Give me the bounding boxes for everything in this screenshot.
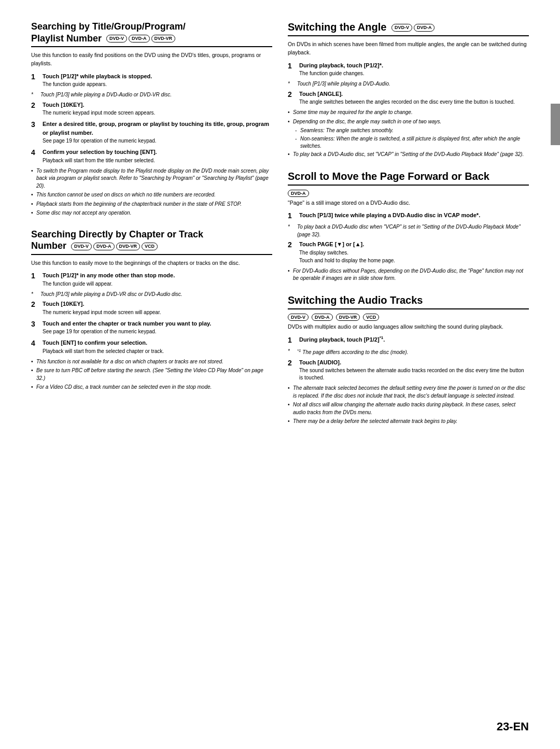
badge-dvd-v-1: DVD-V [106, 35, 127, 43]
step-num-scroll-2: 2 [288, 240, 296, 249]
note-2-3: For a Video CD disc, a track number can … [31, 384, 272, 391]
badge-dvd-a-angle: DVD-A [414, 24, 435, 32]
notes-block-1: To switch the Program mode display to th… [31, 167, 272, 217]
step-asterisk-scroll-1: To play back a DVD-Audio disc when "VCAP… [288, 223, 529, 238]
note-scroll-1: For DVD-Audio discs without Pages, depen… [288, 267, 529, 282]
step-num-audio-1: 1 [288, 335, 296, 345]
step-text-1-1: Touch [P1/2]* while playback is stopped. [43, 73, 152, 79]
badge-vcd-audio: VCD [363, 314, 379, 321]
step-sub-scroll-2b: Touch and hold to display the home page. [299, 257, 529, 264]
section-scroll-page: Scroll to Move the Page Forward or Back … [288, 170, 529, 282]
note-audio-2: Not all discs will allow changing the al… [288, 401, 529, 416]
sub-note-angle-seamless: Seamless: The angle switches smoothly. [293, 127, 529, 134]
section-title-audio: Switching the Audio Tracks [288, 294, 529, 309]
step-text-1-3: Enter a desired title, group, program or… [43, 121, 269, 136]
note-2-2: Be sure to turn PBC off before starting … [31, 367, 272, 382]
step-scroll-2: 2 Touch PAGE [▼] or [▲]. The display swi… [288, 240, 529, 264]
step-content-2-1: Touch [P1/2]* in any mode other than sto… [43, 271, 272, 288]
step-sub-2-2: The numeric keypad input mode screen wil… [43, 309, 272, 316]
badge-dvd-v-audio: DVD-V [288, 314, 309, 321]
section-searching-title-group: Searching by Title/Group/Program/Playlis… [31, 21, 272, 217]
badge-row-angle: DVD-V DVD-A [391, 24, 435, 32]
badge-dvd-vr-2: DVD-VR [116, 243, 141, 250]
page-layout: Searching by Title/Group/Program/Playlis… [31, 21, 529, 437]
step-num-scroll-1: 1 [288, 211, 296, 220]
note-audio-1: The alternate track selected becomes the… [288, 385, 529, 400]
section-title-2: Searching Directly by Chapter or Track N… [31, 229, 272, 255]
step-1-4: 4 Confirm your selection by touching [EN… [31, 148, 272, 164]
section-intro-angle: On DVDs in which scenes have been filmed… [288, 40, 529, 57]
step-num-1-1: 1 [31, 72, 39, 81]
page-number: 23-EN [497, 720, 529, 733]
superscript-audio-1: *1 [380, 336, 384, 341]
notes-block-angle: Some time may be required for the angle … [288, 109, 529, 159]
note-1-1: To switch the Program mode display to th… [31, 167, 272, 190]
step-num-2-3: 3 [31, 319, 39, 329]
step-sub-angle-2: The angle switches between the angles re… [299, 98, 529, 106]
notes-block-audio: The alternate track selected becomes the… [288, 385, 529, 426]
badge-row-1: DVD-V DVD-A DVD-VR [106, 35, 175, 43]
step-2-2: 2 Touch [10KEY]. The numeric keypad inpu… [31, 300, 272, 316]
notes-block-scroll: For DVD-Audio discs without Pages, depen… [288, 267, 529, 282]
step-content-1-1: Touch [P1/2]* while playback is stopped.… [43, 72, 272, 89]
page-tab-indicator [551, 104, 560, 145]
step-sub-angle-1: The function guide changes. [299, 70, 529, 77]
badge-dvd-vr-1: DVD-VR [151, 35, 176, 43]
step-sub-scroll-2a: The display switches. [299, 249, 529, 257]
step-content-angle-1: During playback, touch [P1/2]*. The func… [299, 61, 529, 78]
step-text-2-2: Touch [10KEY]. [43, 301, 84, 307]
badge-dvd-a-scroll: DVD-A [288, 190, 309, 197]
step-num-2-2: 2 [31, 300, 39, 309]
step-asterisk-angle-1: Touch [P1/3] while playing a DVD-Audio. [288, 80, 529, 88]
step-text-2-3: Touch and enter the chapter or track num… [43, 320, 211, 327]
step-text-angle-2: Touch [ANGLE]. [299, 91, 343, 97]
step-content-1-2: Touch [10KEY]. The numeric keypad input … [43, 101, 272, 117]
section-switching-angle: Switching the Angle DVD-V DVD-A On DVDs … [288, 21, 529, 159]
step-num-2-4: 4 [31, 338, 39, 348]
step-text-2-1: Touch [P1/2]* in any mode other than sto… [43, 272, 175, 278]
note-angle-3: To play back a DVD-Audio disc, set "VCAP… [288, 151, 529, 159]
step-sub-audio-2: The sound switches between the alternate… [299, 367, 529, 381]
step-content-audio-1: During playback, touch [P1/2]*1. [299, 335, 529, 344]
badge-dvd-v-2: DVD-V [71, 243, 92, 250]
section-title-1: Searching by Title/Group/Program/Playlis… [31, 21, 272, 47]
step-text-1-4: Confirm your selection by touching [ENT]… [43, 149, 157, 155]
step-audio-2: 2 Touch [AUDIO]. The sound switches betw… [288, 358, 529, 382]
step-text-angle-1: During playback, touch [P1/2]*. [299, 62, 383, 68]
badge-dvd-a-1: DVD-A [129, 35, 150, 43]
badge-dvd-vr-audio: DVD-VR [336, 314, 360, 321]
step-asterisk-2-1: Touch [P1/3] while playing a DVD-VR disc… [31, 291, 272, 299]
step-1-3: 3 Enter a desired title, group, program … [31, 120, 272, 145]
step-content-1-3: Enter a desired title, group, program or… [43, 120, 272, 145]
step-angle-2: 2 Touch [ANGLE]. The angle switches betw… [288, 90, 529, 106]
step-content-2-3: Touch and enter the chapter or track num… [43, 319, 272, 336]
step-num-audio-2: 2 [288, 358, 296, 368]
step-num-angle-1: 1 [288, 61, 296, 70]
step-sub-1-4: Playback will start from the title numbe… [43, 157, 272, 164]
note-angle-1: Some time may be required for the angle … [288, 109, 529, 117]
badge-dvd-a-audio: DVD-A [312, 314, 333, 321]
step-sub-2-1: The function guide will appear. [43, 280, 272, 288]
note-1-4: Some disc may not accept any operation. [31, 209, 272, 217]
step-sub-1-2: The numeric keypad input mode screen app… [43, 109, 272, 117]
step-angle-1: 1 During playback, touch [P1/2]*. The fu… [288, 61, 529, 78]
badge-vcd-2: VCD [142, 243, 158, 250]
step-text-audio-1: During playback, touch [P1/2]*1. [299, 336, 385, 343]
step-audio-1: 1 During playback, touch [P1/2]*1. [288, 335, 529, 345]
sub-note-angle-nonseamless: Non-seamless: When the angle is switched… [293, 135, 529, 150]
step-content-1-4: Confirm your selection by touching [ENT]… [43, 148, 272, 164]
badge-row-audio: DVD-V DVD-A DVD-VR VCD [288, 314, 529, 320]
step-num-1-3: 3 [31, 120, 39, 129]
section-intro-2: Use this function to easily move to the … [31, 259, 272, 267]
section-intro-1: Use this function to easily find positio… [31, 51, 272, 68]
step-sub-2-4: Playback will start from the selected ch… [43, 348, 272, 355]
step-asterisk-1-1: Touch [P1/3] while playing a DVD-Audio o… [31, 91, 272, 99]
step-text-audio-2: Touch [AUDIO]. [299, 359, 341, 365]
section-intro-scroll: "Page" is a still image stored on a DVD-… [288, 199, 529, 207]
step-content-scroll-1: Touch [P1/3] twice while playing a DVD-A… [299, 211, 529, 220]
step-num-2-1: 1 [31, 271, 39, 280]
note-angle-2: Depending on the disc, the angle may swi… [288, 118, 529, 126]
note-1-2: This function cannot be used on discs on… [31, 191, 272, 199]
section-title-scroll: Scroll to Move the Page Forward or Back [288, 170, 529, 186]
step-content-angle-2: Touch [ANGLE]. The angle switches betwee… [299, 90, 529, 106]
